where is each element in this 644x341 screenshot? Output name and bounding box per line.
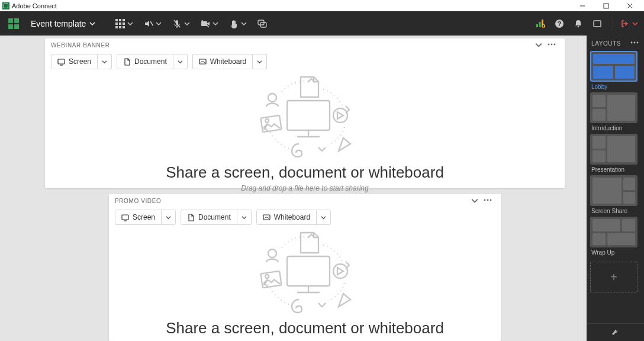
share-whiteboard-button[interactable]: Whiteboard [192, 54, 267, 69]
layout-label: Lobby [590, 83, 640, 90]
svg-rect-46 [8, 24, 13, 29]
share-illustration-icon [255, 74, 355, 160]
svg-rect-47 [14, 24, 19, 29]
share-screen-label: Screen [133, 213, 155, 221]
window-close-button[interactable] [618, 0, 642, 11]
microphone-toggle-button[interactable] [171, 17, 191, 31]
share-document-label: Document [134, 57, 167, 66]
share-whiteboard-dropdown[interactable] [252, 54, 266, 69]
chevron-down-icon [127, 21, 133, 27]
notifications-button[interactable] [572, 17, 584, 31]
speaker-off-icon [144, 19, 153, 28]
layout-thumbnail [590, 175, 637, 206]
connection-status-button[interactable] [534, 17, 546, 31]
share-document-button[interactable]: Document [117, 54, 188, 69]
share-whiteboard-dropdown[interactable] [316, 210, 330, 224]
chat-button[interactable] [256, 17, 268, 31]
share-whiteboard-label: Whiteboard [274, 213, 310, 221]
share-screen-button[interactable]: Screen [51, 54, 112, 69]
add-layout-button[interactable]: + [590, 262, 637, 292]
whiteboard-icon [263, 214, 271, 221]
hand-icon [229, 19, 239, 28]
share-heading: Share a screen, document or whiteboard [166, 319, 444, 337]
share-document-button[interactable]: Document [181, 210, 252, 225]
window-titlebar: Adobe Connect [0, 0, 644, 11]
pod-title: PROMO VIDEO [115, 198, 161, 204]
room-name-label: Event template [31, 19, 86, 28]
chevron-down-icon [184, 21, 190, 27]
document-icon [123, 58, 131, 66]
share-screen-button[interactable]: Screen [115, 210, 176, 225]
camera-off-icon [201, 19, 210, 28]
app-icon [2, 2, 9, 9]
pod-header[interactable]: WEBINAR BANNER [45, 38, 565, 52]
layout-label: Wrap Up [590, 249, 640, 256]
share-screen-dropdown[interactable] [97, 54, 111, 69]
layouts-manage-button[interactable] [587, 323, 644, 341]
layout-thumbnail [590, 217, 637, 247]
app-title: Adobe Connect [12, 2, 57, 9]
chevron-down-icon [89, 21, 95, 27]
pod-options-button[interactable] [481, 194, 495, 207]
share-illustration-icon [255, 230, 355, 316]
pod-options-button[interactable] [545, 38, 559, 52]
chevron-down-icon [241, 21, 247, 27]
fullscreen-icon [593, 19, 602, 28]
window-minimize-button[interactable] [571, 0, 594, 11]
pod-collapse-button[interactable] [533, 41, 545, 50]
wrench-icon [611, 328, 620, 337]
help-icon [555, 19, 564, 28]
share-whiteboard-button[interactable]: Whiteboard [256, 210, 331, 225]
share-whiteboard-label: Whiteboard [210, 57, 246, 66]
fullscreen-button[interactable] [591, 17, 603, 31]
exit-icon [620, 19, 630, 28]
layouts-panel: LAYOUTS Lobby Introduction Presentation … [587, 36, 644, 341]
share-dropzone[interactable]: Share a screen, document or whiteboard D… [45, 74, 565, 200]
adobe-connect-logo[interactable] [5, 15, 22, 33]
share-document-label: Document [198, 213, 231, 221]
window-maximize-button[interactable] [594, 0, 618, 11]
bell-icon [574, 19, 583, 28]
pods-menu-button[interactable] [114, 17, 134, 31]
room-name-menu[interactable]: Event template [26, 19, 100, 28]
share-screen-label: Screen [69, 57, 91, 66]
layouts-title: LAYOUTS [591, 40, 621, 47]
promo-video-pod: PROMO VIDEO Screen Document Whiteboard S… [109, 194, 501, 341]
share-hint: Drag and drop a file here to start shari… [241, 184, 368, 192]
help-button[interactable] [553, 17, 565, 31]
screen-icon [57, 58, 65, 66]
share-document-dropdown[interactable] [173, 54, 187, 69]
layout-item-screen-share[interactable]: Screen Share [590, 175, 640, 214]
share-document-dropdown[interactable] [237, 210, 251, 224]
speaker-toggle-button[interactable] [143, 17, 163, 31]
pod-collapse-button[interactable] [469, 197, 481, 205]
pod-header[interactable]: PROMO VIDEO [109, 194, 501, 207]
workspace: WEBINAR BANNER Screen Document Whiteboar… [0, 36, 587, 341]
layouts-header: LAYOUTS [587, 36, 644, 51]
raise-hand-button[interactable] [228, 17, 248, 31]
webinar-banner-pod: WEBINAR BANNER Screen Document Whiteboar… [45, 38, 565, 188]
layout-item-presentation[interactable]: Presentation [590, 134, 640, 173]
camera-toggle-button[interactable] [199, 17, 220, 31]
exit-button[interactable] [619, 17, 639, 31]
connection-bars-icon [536, 19, 545, 28]
layout-item-introduction[interactable]: Introduction [590, 92, 640, 131]
layout-item-wrap-up[interactable]: Wrap Up [590, 217, 640, 256]
svg-rect-44 [8, 18, 13, 23]
whiteboard-icon [199, 58, 207, 66]
main-toolbar: Event template [0, 11, 644, 36]
layouts-list[interactable]: Lobby Introduction Presentation Screen S… [587, 51, 644, 323]
layout-label: Presentation [590, 166, 640, 173]
layout-label: Introduction [590, 125, 640, 131]
layouts-options-button[interactable] [630, 38, 639, 49]
layout-thumbnail [590, 92, 637, 123]
layout-item-lobby[interactable]: Lobby [590, 51, 640, 90]
layout-thumbnail [590, 51, 637, 82]
share-dropzone[interactable]: Share a screen, document or whiteboard D… [109, 230, 501, 341]
share-toolbar: Screen Document Whiteboard [45, 52, 565, 74]
share-screen-dropdown[interactable] [161, 210, 175, 224]
screen-icon [121, 214, 129, 221]
grid-icon [115, 19, 125, 28]
chat-icon [257, 19, 267, 28]
layout-label: Screen Share [590, 208, 640, 214]
